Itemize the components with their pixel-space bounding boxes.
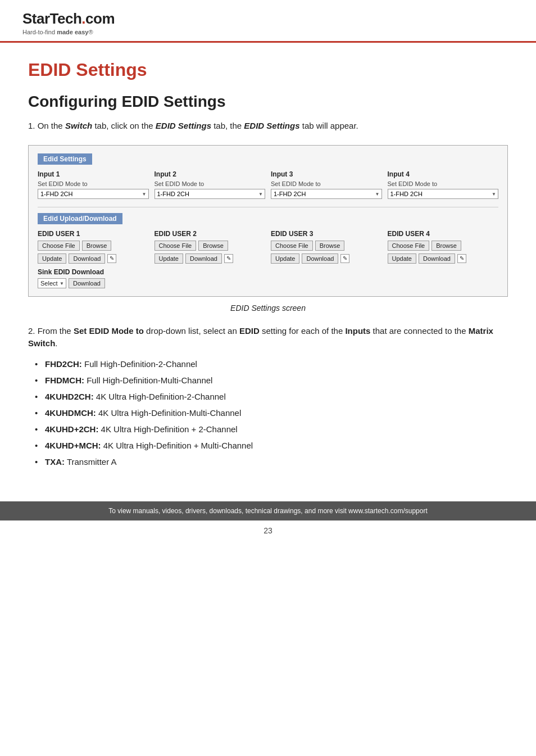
user2-update-button[interactable]: Update — [155, 253, 183, 264]
page-title: EDID Settings — [28, 60, 508, 80]
user4-action-row: Update Download ✎ — [388, 253, 499, 264]
user2-choose-file-button[interactable]: Choose File — [155, 241, 197, 251]
input1-select[interactable]: 1-FHD 2CH — [38, 189, 149, 199]
bullet-desc-6: 4K Ultra High-Definition + Multi-Channel — [103, 441, 253, 450]
edid-upload-tab: Edid Upload/Download — [38, 213, 122, 224]
page-number: 23 — [0, 526, 536, 535]
switch-bold: Switch — [65, 121, 92, 130]
user2-browse-button[interactable]: Browse — [198, 241, 228, 251]
bullet-term-3: 4KUHD2CH: — [45, 392, 94, 401]
user1-action-row: Update Download ✎ — [38, 253, 149, 264]
edid-settings-bold2: EDID Settings — [244, 121, 299, 130]
header: StarTech.com Hard-to-find made easy® — [0, 0, 536, 43]
input2-select[interactable]: 1-FHD 2CH — [155, 189, 266, 199]
edid-input-col-1: Input 1 Set EDID Mode to 1-FHD 2CH — [38, 170, 155, 199]
list-item: 4KUHD2CH: 4K Ultra High-Definition-2-Cha… — [45, 391, 508, 402]
input4-select-wrapper: 1-FHD 2CH — [388, 189, 499, 199]
user4-edit-icon[interactable]: ✎ — [457, 254, 466, 263]
list-item: FHD2CH: Full High-Definition-2-Channel — [45, 358, 508, 370]
user3-edit-icon[interactable]: ✎ — [340, 254, 349, 263]
bullet-list: FHD2CH: Full High-Definition-2-Channel F… — [28, 358, 508, 468]
edid-input-col-2: Input 2 Set EDID Mode to 1-FHD 2CH — [155, 170, 271, 199]
edid-user-col-1: EDID USER 1 Choose File Browse Update Do… — [38, 230, 155, 264]
user2-edit-icon[interactable]: ✎ — [224, 254, 233, 263]
user1-update-button[interactable]: Update — [38, 253, 66, 264]
bullet-desc-2: Full High-Definition-Multi-Channel — [87, 375, 212, 385]
user3-download-button[interactable]: Download — [302, 253, 338, 264]
input3-label: Input 3 — [271, 170, 382, 178]
list-item: 4KUHD+MCH: 4K Ultra High-Definition + Mu… — [45, 440, 508, 451]
input1-select-wrapper: 1-FHD 2CH — [38, 189, 149, 199]
list-item: FHDMCH: Full High-Definition-Multi-Chann… — [45, 374, 508, 386]
footer: To view manuals, videos, drivers, downlo… — [0, 501, 536, 520]
bullet-desc-7: Transmitter A — [67, 457, 117, 467]
edid-user-col-2: EDID USER 2 Choose File Browse Update Do… — [155, 230, 271, 264]
user3-action-row: Update Download ✎ — [271, 253, 382, 264]
edid-bold: EDID — [239, 326, 260, 336]
screen-caption: EDID Settings screen — [28, 304, 508, 313]
tagline: Hard-to-find made easy® — [22, 29, 514, 35]
user1-download-button[interactable]: Download — [69, 253, 105, 264]
input4-set-label: Set EDID Mode to — [388, 180, 499, 187]
list-item-num: 2. From the Set EDID Mode to drop-down l… — [28, 325, 508, 350]
sink-row: Select Download — [38, 278, 498, 288]
edid-settings-bold1: EDID Settings — [156, 121, 211, 130]
user1-edit-icon[interactable]: ✎ — [107, 254, 116, 263]
input4-label: Input 4 — [388, 170, 499, 178]
input3-select-wrapper: 1-FHD 2CH — [271, 189, 382, 199]
edid-user-col-3: EDID USER 3 Choose File Browse Update Do… — [271, 230, 388, 264]
sink-select[interactable]: Select — [38, 278, 66, 288]
user1-browse-button[interactable]: Browse — [82, 241, 112, 251]
list-item: TXA: Transmitter A — [45, 456, 508, 468]
input2-set-label: Set EDID Mode to — [155, 180, 266, 187]
screen-caption-text: EDID Settings screen — [230, 304, 306, 313]
list-item: 4KUHD+2CH: 4K Ultra High-Definition + 2-… — [45, 423, 508, 435]
user1-label: EDID USER 1 — [38, 230, 149, 238]
user4-browse-button[interactable]: Browse — [431, 241, 461, 251]
user4-download-button[interactable]: Download — [419, 253, 455, 264]
user2-file-row: Choose File Browse — [155, 241, 266, 251]
list-item: 4KUHDMCH: 4K Ultra High-Definition-Multi… — [45, 407, 508, 419]
user4-update-button[interactable]: Update — [388, 253, 416, 264]
user1-choose-file-button[interactable]: Choose File — [38, 241, 80, 251]
user3-label: EDID USER 3 — [271, 230, 382, 238]
user3-update-button[interactable]: Update — [271, 253, 299, 264]
instruction-num: 1. — [28, 121, 35, 130]
bullet-term-6: 4KUHD+MCH: — [45, 441, 101, 450]
user2-download-button[interactable]: Download — [185, 253, 222, 264]
list-section: 2. From the Set EDID Mode to drop-down l… — [28, 325, 508, 468]
list-num: 2. — [28, 326, 35, 336]
sink-download-button[interactable]: Download — [69, 278, 105, 288]
input1-set-label: Set EDID Mode to — [38, 180, 149, 187]
user4-choose-file-button[interactable]: Choose File — [388, 241, 430, 251]
user2-action-row: Update Download ✎ — [155, 253, 266, 264]
logo: StarTech.com — [22, 10, 514, 28]
bullet-desc-5: 4K Ultra High-Definition + 2-Channel — [101, 424, 238, 434]
sink-label: Sink EDID Download — [38, 268, 498, 276]
section-title: Configuring EDID Settings — [28, 93, 508, 111]
user1-file-row: Choose File Browse — [38, 241, 149, 251]
edid-input-col-4: Input 4 Set EDID Mode to 1-FHD 2CH — [388, 170, 499, 199]
input1-label: Input 1 — [38, 170, 149, 178]
edid-input-col-3: Input 3 Set EDID Mode to 1-FHD 2CH — [271, 170, 388, 199]
divider — [38, 207, 498, 207]
input4-select[interactable]: 1-FHD 2CH — [388, 189, 499, 199]
user3-choose-file-button[interactable]: Choose File — [271, 241, 313, 251]
input2-label: Input 2 — [155, 170, 266, 178]
bullet-term-5: 4KUHD+2CH: — [45, 424, 98, 434]
edid-inputs-row: Input 1 Set EDID Mode to 1-FHD 2CH Input… — [38, 170, 498, 199]
input3-select[interactable]: 1-FHD 2CH — [271, 189, 382, 199]
sink-select-wrapper: Select — [38, 278, 66, 288]
bullet-term-1: FHD2CH: — [45, 359, 82, 369]
edid-settings-tab: Edid Settings — [38, 153, 92, 165]
bullet-term-4: 4KUHDMCH: — [45, 408, 96, 418]
bullet-desc-4: 4K Ultra High-Definition-Multi-Channel — [98, 408, 241, 418]
tagline-bold: made easy — [57, 29, 88, 35]
user4-label: EDID USER 4 — [388, 230, 499, 238]
input2-select-wrapper: 1-FHD 2CH — [155, 189, 266, 199]
user3-browse-button[interactable]: Browse — [315, 241, 345, 251]
bullet-term-2: FHDMCH: — [45, 375, 84, 385]
logo-dot: . — [81, 10, 85, 27]
edid-user-col-4: EDID USER 4 Choose File Browse Update Do… — [388, 230, 499, 264]
page-content: EDID Settings Configuring EDID Settings … — [0, 43, 536, 490]
